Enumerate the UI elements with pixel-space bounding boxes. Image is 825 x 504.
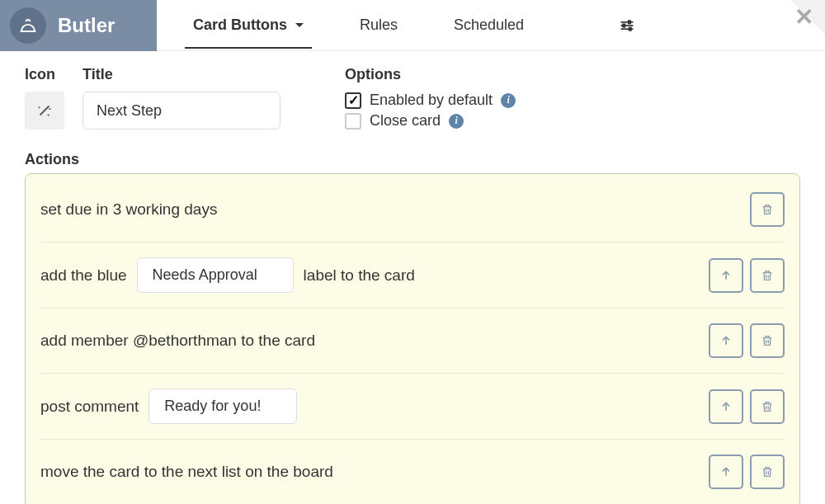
trash-icon: [761, 464, 774, 479]
move-up-button[interactable]: [709, 389, 743, 424]
option-label: Close card: [370, 112, 441, 130]
arrow-up-icon: [719, 334, 733, 347]
action-row: add member @bethorthman to the card: [40, 309, 785, 374]
action-text: add member @bethorthman to the card: [40, 332, 315, 350]
wand-icon: [35, 101, 54, 120]
action-text: set due in 3 working days: [40, 200, 217, 219]
action-text: label to the card: [304, 266, 415, 285]
move-up-button[interactable]: [709, 323, 743, 358]
settings-icon[interactable]: [619, 17, 635, 34]
trash-icon: [761, 268, 774, 283]
tab-rules[interactable]: Rules: [356, 2, 401, 49]
icon-picker-button[interactable]: [25, 92, 64, 130]
butler-bell-icon: [10, 7, 46, 44]
header: Butler Card Buttons Rules Scheduled: [0, 0, 825, 51]
tab-label: Scheduled: [454, 16, 524, 34]
title-label: Title: [82, 66, 280, 83]
delete-action-button[interactable]: [750, 258, 785, 293]
arrow-up-icon: [719, 465, 733, 478]
chevron-down-icon: [295, 23, 304, 27]
action-text: post comment: [40, 398, 139, 416]
info-icon[interactable]: i: [449, 114, 464, 129]
svg-rect-3: [629, 21, 631, 23]
checkbox-enabled-default[interactable]: ✓: [345, 92, 361, 109]
action-row: add the blue label to the card: [40, 243, 785, 309]
move-up-button[interactable]: [709, 455, 743, 489]
checkmark-icon: ✓: [348, 92, 359, 108]
label-name-input[interactable]: [137, 257, 294, 293]
action-row: set due in 3 working days: [40, 177, 785, 243]
brand-title: Butler: [58, 14, 115, 37]
action-text: move the card to the next list on the bo…: [40, 463, 333, 481]
tab-scheduled[interactable]: Scheduled: [450, 2, 527, 49]
actions-label: Actions: [25, 151, 800, 168]
action-row: post comment: [40, 374, 785, 440]
delete-action-button[interactable]: [750, 323, 785, 358]
actions-list: set due in 3 working days add the blue l…: [25, 173, 800, 504]
options-label: Options: [345, 66, 516, 83]
tab-label: Rules: [360, 16, 398, 34]
title-input[interactable]: [82, 92, 280, 130]
brand: Butler: [0, 0, 157, 51]
option-label: Enabled by default: [370, 92, 493, 109]
trash-icon: [761, 202, 774, 217]
delete-action-button[interactable]: [750, 389, 785, 424]
arrow-up-icon: [719, 269, 733, 282]
svg-rect-4: [623, 24, 625, 26]
trash-icon: [761, 333, 774, 348]
icon-label: Icon: [25, 66, 64, 83]
action-row: move the card to the next list on the bo…: [40, 440, 785, 504]
trash-icon: [761, 399, 774, 414]
arrow-up-icon: [719, 400, 733, 413]
comment-input[interactable]: [148, 389, 297, 424]
move-up-button[interactable]: [709, 258, 743, 293]
tab-card-buttons[interactable]: Card Buttons: [190, 2, 307, 49]
delete-action-button[interactable]: [750, 192, 785, 227]
info-icon[interactable]: i: [501, 93, 516, 108]
tab-label: Card Buttons: [193, 16, 287, 34]
delete-action-button[interactable]: [750, 455, 785, 489]
svg-rect-5: [629, 27, 632, 30]
checkbox-close-card[interactable]: [345, 113, 361, 130]
action-text: add the blue: [40, 266, 127, 285]
